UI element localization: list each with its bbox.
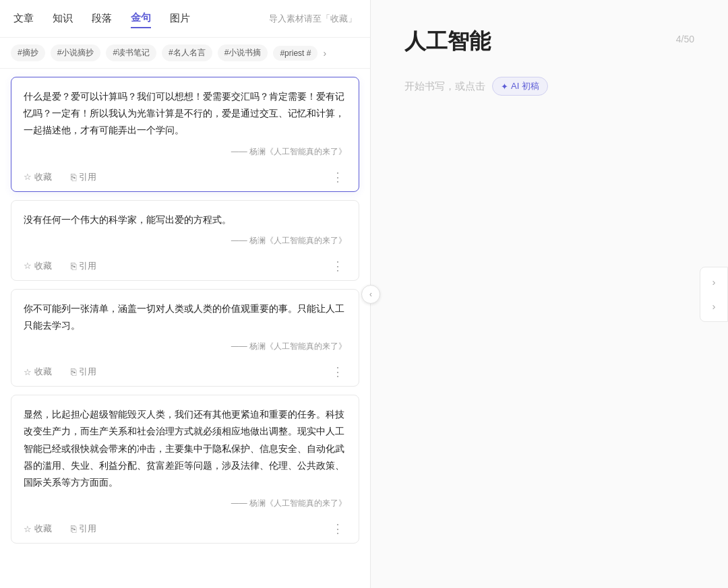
card-4-text: 显然，比起担心超级智能毁灭人类，我们还有其他更紧迫和重要的任务。科技改变生产力，… [24,406,346,491]
right-panel: ‹ 人工智能 4/50 开始书写，或点击 ✦ AI 初稿 › › [371,0,728,588]
card-2-collect-label: 收藏 [34,260,52,272]
card-2-cite-label: 引用 [79,260,96,272]
tag-priest[interactable]: #priest # [273,46,317,61]
card-4-collect-btn[interactable]: ☆ 收藏 [24,523,52,535]
star-icon: ☆ [24,172,32,182]
cite-icon: ⎘ [71,366,76,377]
ai-icon: ✦ [501,81,508,92]
cite-icon: ⎘ [71,261,76,271]
card-4-cite-btn[interactable]: ⎘ 引用 [71,523,96,535]
nav-article[interactable]: 文章 [13,9,34,28]
card-3-cite-label: 引用 [79,366,96,378]
cite-icon: ⎘ [71,523,76,534]
cite-icon: ⎘ [71,172,76,183]
ai-draft-btn[interactable]: ✦ AI 初稿 [492,77,548,96]
star-icon: ☆ [24,367,32,377]
right-toolbar: › › [700,267,728,322]
card-4-source: —— 杨澜《人工智能真的来了》 [24,498,346,509]
card-2-text: 没有任何一个伟大的科学家，能写出爱的方程式。 [24,211,346,228]
card-2-action-group: ☆ 收藏 ⎘ 引用 [24,260,96,272]
editor-area[interactable]: 开始书写，或点击 ✦ AI 初稿 [404,77,694,561]
chevron-right-icon-2: › [712,300,716,312]
card-1-collect-btn[interactable]: ☆ 收藏 [24,171,52,183]
card-3-actions: ☆ 收藏 ⎘ 引用 ⋮ [24,359,346,379]
tag-novel-copy[interactable]: #小说摘抄 [51,44,101,61]
tag-novel-excerpt[interactable]: #小说书摘 [218,44,268,61]
card-3-more-btn[interactable]: ⋮ [329,364,346,379]
placeholder-text: 开始书写，或点击 [404,80,485,93]
card-1-cite-label: 引用 [79,171,96,183]
card-4-more-btn[interactable]: ⋮ [329,521,346,536]
card-1-more-btn[interactable]: ⋮ [329,170,346,185]
left-panel: 文章 知识 段落 金句 图片 导入素材请至「收藏」 #摘抄 #小说摘抄 #读书笔… [0,0,371,588]
collapse-panel-btn[interactable]: ‹ [361,285,380,304]
card-3-action-group: ☆ 收藏 ⎘ 引用 [24,366,96,378]
card-3-text: 你不可能列一张清单，涵盖一切对人类或人类的价值观重要的事。只能让人工只能去学习。 [24,300,346,334]
collapse-icon: ‹ [369,290,372,299]
top-nav: 文章 知识 段落 金句 图片 导入素材请至「收藏」 [0,0,370,38]
card-1-cite-btn[interactable]: ⎘ 引用 [71,171,96,183]
toolbar-icon-1[interactable]: › [704,273,723,292]
chevron-right-icon: › [712,276,716,288]
doc-title: 人工智能 [404,27,491,57]
tag-row: #摘抄 #小说摘抄 #读书笔记 #名人名言 #小说书摘 #priest # › [0,38,370,69]
card-4-actions: ☆ 收藏 ⎘ 引用 ⋮ [24,516,346,536]
tag-more-icon[interactable]: › [323,48,326,59]
ai-btn-label: AI 初稿 [511,80,539,92]
card-1-collect-label: 收藏 [34,171,52,183]
nav-golden[interactable]: 金句 [131,9,151,28]
star-icon: ☆ [24,524,32,534]
card-2-cite-btn[interactable]: ⎘ 引用 [71,260,96,272]
nav-image[interactable]: 图片 [170,9,190,28]
card-2: 没有任何一个伟大的科学家，能写出爱的方程式。 —— 杨澜《人工智能真的来了》 ☆… [11,200,359,281]
cards-area: 什么是爱？爱可以计算吗？我们可以想想！爱需要交汇吗？肯定需要！爱有记忆吗？一定有… [0,69,370,588]
card-2-actions: ☆ 收藏 ⎘ 引用 ⋮ [24,253,346,273]
card-1-text: 什么是爱？爱可以计算吗？我们可以想想！爱需要交汇吗？肯定需要！爱有记忆吗？一定有… [24,88,346,139]
card-2-more-btn[interactable]: ⋮ [329,259,346,273]
editor-placeholder: 开始书写，或点击 ✦ AI 初稿 [404,77,694,96]
doc-count: 4/50 [676,34,694,44]
card-1-action-group: ☆ 收藏 ⎘ 引用 [24,171,96,183]
card-3-collect-btn[interactable]: ☆ 收藏 [24,366,52,378]
card-3-collect-label: 收藏 [34,366,52,378]
card-3-cite-btn[interactable]: ⎘ 引用 [71,366,96,378]
card-1: 什么是爱？爱可以计算吗？我们可以想想！爱需要交汇吗？肯定需要！爱有记忆吗？一定有… [11,77,359,192]
tag-famous-quotes[interactable]: #名人名言 [162,44,212,61]
tag-copy[interactable]: #摘抄 [11,44,45,61]
card-1-actions: ☆ 收藏 ⎘ 引用 ⋮ [24,164,346,185]
nav-paragraph[interactable]: 段落 [92,9,112,28]
card-4: 显然，比起担心超级智能毁灭人类，我们还有其他更紧迫和重要的任务。科技改变生产力，… [11,395,359,544]
star-icon: ☆ [24,261,32,271]
card-2-source: —— 杨澜《人工智能真的来了》 [24,235,346,247]
tag-reading-notes[interactable]: #读书笔记 [106,44,156,61]
card-3: 你不可能列一张清单，涵盖一切对人类或人类的价值观重要的事。只能让人工只能去学习。… [11,289,359,387]
card-2-collect-btn[interactable]: ☆ 收藏 [24,260,52,272]
toolbar-icon-2[interactable]: › [704,297,723,316]
nav-knowledge[interactable]: 知识 [53,9,73,28]
card-3-source: —— 杨澜《人工智能真的来了》 [24,341,346,352]
card-4-cite-label: 引用 [79,523,96,535]
right-header: 人工智能 4/50 [404,27,694,57]
card-4-action-group: ☆ 收藏 ⎘ 引用 [24,523,96,535]
card-1-source: —— 杨澜《人工智能真的来了》 [24,146,346,158]
nav-import: 导入素材请至「收藏」 [269,13,357,25]
card-4-collect-label: 收藏 [34,523,52,535]
